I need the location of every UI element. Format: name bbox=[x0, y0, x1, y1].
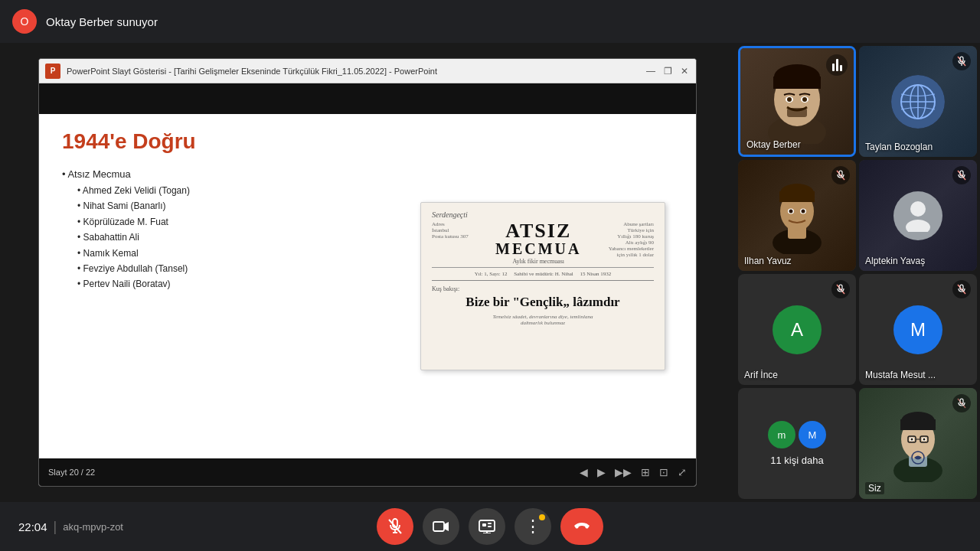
mustafa-mic-icon bbox=[952, 280, 971, 298]
slide-ctrl-prev[interactable]: ◀ bbox=[580, 466, 588, 478]
last-mic-icon bbox=[952, 394, 971, 412]
svg-point-48 bbox=[923, 438, 926, 440]
participant-tile-oktay[interactable]: Oktay Berber bbox=[738, 46, 856, 157]
bar3 bbox=[840, 65, 842, 71]
newspaper-subtitle: Aylık fikir mecmuası bbox=[512, 258, 564, 265]
svg-point-8 bbox=[802, 97, 807, 102]
svg-rect-24 bbox=[779, 191, 815, 202]
minimize-button[interactable]: — bbox=[645, 66, 656, 77]
ilhan-figure bbox=[766, 178, 828, 254]
sub-bullet-7: • Pertev Naili (Boratav) bbox=[62, 276, 413, 292]
svg-marker-57 bbox=[444, 522, 449, 531]
alptekin-avatar bbox=[893, 191, 942, 240]
top-bar: O Oktay Berber sunuyor bbox=[0, 0, 980, 43]
ppt-title-text: PowerPoint Slayt Gösterisi - [Tarihi Gel… bbox=[67, 67, 639, 76]
more-avatars: m M bbox=[768, 421, 826, 448]
sub-bullet-1: • Ahmed Zeki Velidi (Togan) bbox=[62, 183, 413, 198]
ppt-titlebar: P PowerPoint Slayt Gösterisi - [Tarihi G… bbox=[39, 59, 696, 83]
participant-tile-alptekin[interactable]: Alptekin Yavaş bbox=[859, 160, 977, 271]
alptekin-name-label: Alptekin Yavaş bbox=[865, 256, 925, 266]
ppt-controls: — ❐ ✕ bbox=[645, 66, 690, 77]
svg-rect-41 bbox=[900, 419, 936, 430]
svg-rect-62 bbox=[488, 523, 492, 524]
meeting-time: 22:04 bbox=[18, 520, 47, 533]
participant-tile-last[interactable]: Siz bbox=[859, 388, 977, 499]
oktay-face-svg bbox=[763, 60, 831, 144]
participant-tile-ilhan[interactable]: Ilhan Yavuz bbox=[738, 160, 856, 271]
newspaper-info-row: Yıl: 1, Sayı: 12 Sahibi ve müdürü: H. Ni… bbox=[432, 271, 654, 277]
sub-bullet-5: • Namık Kemal bbox=[62, 246, 413, 261]
slide-ctrl-fit[interactable]: ⊡ bbox=[659, 466, 668, 478]
newspaper-center-col: ATSIZ MECMUA Aylık fikir mecmuası bbox=[495, 221, 581, 265]
newspaper-image: Serdengeçti AdresİstanbulPosta kutusu 30… bbox=[420, 202, 665, 370]
participant-tile-arif[interactable]: A Arif İnce bbox=[738, 274, 856, 385]
presentation-area: P PowerPoint Slayt Gösterisi - [Tarihi G… bbox=[0, 43, 735, 502]
ppt-icon: P bbox=[45, 64, 60, 79]
restore-button[interactable]: ❐ bbox=[662, 66, 673, 77]
ilhan-mic-svg bbox=[836, 170, 845, 181]
slide-controls: ◀ ▶ ▶▶ ⊞ ⊡ ⤢ bbox=[580, 466, 687, 478]
newspaper-abune: Abune şartlarıTürkiye içinYıllığı 180 ku… bbox=[609, 221, 654, 265]
slide-ctrl-play[interactable]: ▶ bbox=[597, 466, 606, 478]
bottom-bar: 22:04 | akq-mpvp-zot bbox=[0, 502, 980, 551]
ilhan-mic-icon bbox=[831, 166, 850, 184]
mustafa-mic-svg bbox=[957, 284, 966, 295]
ilhan-name-label: Ilhan Yavuz bbox=[744, 256, 792, 266]
more-count-text: 11 kişi daha bbox=[770, 455, 823, 466]
svg-point-7 bbox=[787, 97, 792, 102]
newspaper-divider bbox=[432, 280, 654, 281]
participants-panel: Oktay Berber bbox=[735, 43, 980, 502]
more-avatar-1: m bbox=[768, 421, 795, 448]
bar1 bbox=[832, 64, 835, 71]
svg-rect-58 bbox=[479, 520, 495, 531]
mustafa-name-label: Mustafa Mesut ... bbox=[865, 370, 936, 380]
newspaper-tagline: Bize bir "Gençlik„ lâzımdır bbox=[432, 294, 654, 311]
newspaper-title-atsiz: ATSIZ bbox=[505, 221, 571, 241]
slide-ctrl-grid[interactable]: ⊞ bbox=[641, 466, 650, 478]
more-options-icon: ⋮ bbox=[524, 518, 541, 535]
taylan-name-label: Taylan Bozoglan bbox=[865, 142, 933, 152]
svg-rect-9 bbox=[787, 108, 807, 117]
arif-mic-svg bbox=[836, 284, 845, 295]
ppt-black-top bbox=[39, 83, 696, 114]
oktay-name-label: Oktay Berber bbox=[746, 139, 801, 150]
slide-counter: Slayt 20 / 22 bbox=[48, 468, 95, 477]
slide-ctrl-next[interactable]: ▶▶ bbox=[615, 466, 632, 478]
newspaper-footer: Temelsiz sâadet, devranlarına diye, teml… bbox=[432, 314, 654, 326]
camera-toggle-button[interactable] bbox=[423, 508, 459, 545]
sub-bullet-6: • Fevziye Abdullah (Tansel) bbox=[62, 261, 413, 276]
svg-rect-4 bbox=[773, 77, 821, 89]
more-avatar-2: M bbox=[799, 421, 826, 448]
mic-off-svg bbox=[957, 56, 966, 67]
close-button[interactable]: ✕ bbox=[679, 66, 690, 77]
slide-image: Serdengeçti AdresİstanbulPosta kutusu 30… bbox=[413, 129, 673, 443]
present-button[interactable] bbox=[469, 508, 505, 545]
end-call-button[interactable] bbox=[560, 508, 603, 545]
participant-tile-mustafa[interactable]: M Mustafa Mesut ... bbox=[859, 274, 977, 385]
sub-bullet-2: • Nihat Sami (Banarlı) bbox=[62, 198, 413, 214]
sub-bullet-4: • Sabahattin Ali bbox=[62, 230, 413, 245]
arif-mic-icon bbox=[831, 280, 850, 298]
mustafa-avatar: M bbox=[893, 305, 942, 354]
alptekin-avatar-svg bbox=[903, 200, 933, 232]
slide-ctrl-fullscreen[interactable]: ⤢ bbox=[678, 466, 687, 478]
more-options-button[interactable]: ⋮ bbox=[514, 508, 551, 545]
mic-toggle-button[interactable] bbox=[377, 508, 413, 545]
sub-bullet-3: • Köprülüzade M. Fuat bbox=[62, 214, 413, 230]
participant-tile-taylan[interactable]: Taylan Bozoglan bbox=[859, 46, 977, 157]
camera-icon bbox=[433, 520, 449, 533]
speaking-indicator bbox=[826, 54, 848, 76]
main-content: P PowerPoint Slayt Gösterisi - [Tarihi G… bbox=[0, 43, 980, 502]
arif-name-label: Arif İnce bbox=[744, 370, 778, 380]
mustafa-avatar-letter: M bbox=[910, 319, 926, 341]
ppt-slide-area: 1944'e Doğru • Atsız Mecmua • Ahmed Zeki… bbox=[39, 114, 696, 458]
presenter-initial: O bbox=[21, 15, 29, 28]
participant-tile-more[interactable]: m M 11 kişi daha bbox=[738, 388, 856, 499]
svg-rect-56 bbox=[433, 522, 444, 531]
alptekin-mic-svg bbox=[957, 170, 966, 181]
taylan-avatar bbox=[891, 75, 945, 129]
last-mic-svg bbox=[957, 398, 966, 409]
mic-off-icon bbox=[387, 518, 403, 535]
slide-title: 1944'e Doğru bbox=[62, 129, 413, 154]
taylan-mic-icon bbox=[952, 52, 971, 70]
